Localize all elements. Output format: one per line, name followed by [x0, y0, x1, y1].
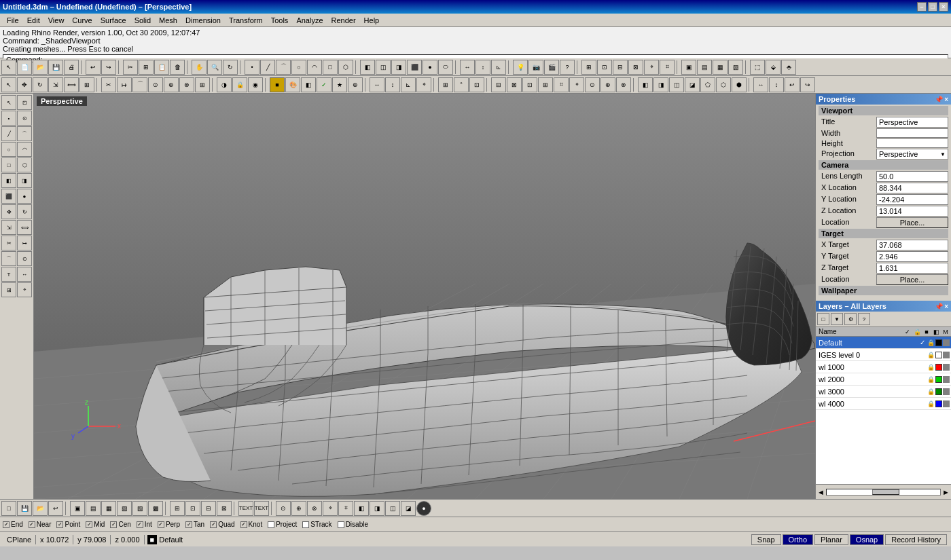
- snap-project[interactable]: Project: [268, 521, 297, 528]
- tb-camera[interactable]: 📷: [528, 60, 543, 75]
- prop-lenslength-value[interactable]: 50.0: [876, 171, 948, 182]
- layer-row-wl4000[interactable]: wl 4000 🔒: [816, 398, 951, 410]
- snap-quad-checkbox[interactable]: ✓: [210, 521, 217, 528]
- tb-open[interactable]: 📂: [33, 60, 48, 75]
- prop-ylocation-value[interactable]: -24.204: [876, 194, 948, 205]
- menu-edit[interactable]: Edit: [23, 16, 44, 25]
- tb-arc[interactable]: ◠: [307, 60, 322, 75]
- snap-disable[interactable]: Disable: [338, 521, 368, 528]
- tb2-colorpicker[interactable]: 🎨: [285, 77, 300, 92]
- bt-v5[interactable]: ▨: [132, 501, 147, 516]
- tb2-array[interactable]: ⊞: [79, 77, 94, 92]
- planar-toggle-btn[interactable]: Planar: [814, 534, 848, 545]
- snap-strack[interactable]: STrack: [302, 521, 331, 528]
- tb-mesh1[interactable]: ⬚: [750, 60, 765, 75]
- tb2-star[interactable]: ★: [332, 77, 347, 92]
- tb-delete[interactable]: 🗑: [170, 60, 185, 75]
- tb2-extra19[interactable]: ↩: [785, 77, 800, 92]
- menu-view[interactable]: View: [44, 16, 69, 25]
- snap-toggle-btn[interactable]: Snap: [751, 534, 781, 545]
- lt-move[interactable]: ✥: [1, 204, 16, 219]
- prop-projection-dropdown[interactable]: Perspective: [876, 149, 948, 160]
- tb2-extra1[interactable]: ⊟: [491, 77, 506, 92]
- prop-targetlocation-btn[interactable]: Place...: [876, 274, 948, 285]
- prop-ztarget-value[interactable]: 1.631: [876, 263, 948, 274]
- tb-dim3[interactable]: ⊾: [491, 60, 506, 75]
- layers-pin-btn[interactable]: 📌: [935, 303, 943, 310]
- prop-height-value[interactable]: [876, 138, 948, 148]
- snap-strack-checkbox[interactable]: [302, 521, 309, 528]
- layers-scrollbar-thumb[interactable]: [872, 489, 899, 495]
- tb-copy[interactable]: ⊞: [139, 60, 154, 75]
- tb2-extra4[interactable]: ⊞: [538, 77, 553, 92]
- tb2-join[interactable]: ⊕: [164, 77, 179, 92]
- tb2-extra11[interactable]: ◨: [653, 77, 668, 92]
- snap-mid[interactable]: ✓ Mid: [86, 521, 105, 528]
- snap-near-checkbox[interactable]: ✓: [29, 521, 35, 528]
- bt-open[interactable]: 📂: [33, 501, 48, 516]
- tb2-dim4[interactable]: ↔: [370, 77, 384, 92]
- menu-analyze[interactable]: Analyze: [292, 16, 327, 25]
- prop-ytarget-value[interactable]: 2.946: [876, 251, 948, 262]
- tb2-color[interactable]: ■: [270, 77, 285, 92]
- prop-zlocation-value[interactable]: 13.014: [876, 206, 948, 217]
- layer-row-iges[interactable]: IGES level 0 🔒: [816, 349, 951, 361]
- snap-project-checkbox[interactable]: [268, 521, 274, 528]
- menu-tools[interactable]: Tools: [267, 16, 293, 25]
- bt-save[interactable]: 💾: [17, 501, 32, 516]
- menu-help[interactable]: Help: [360, 16, 384, 25]
- snap-quad[interactable]: ✓ Quad: [210, 521, 234, 528]
- tb2-layer[interactable]: ◧: [301, 77, 316, 92]
- tb2-extra2[interactable]: ⊠: [507, 77, 522, 92]
- snap-end-checkbox[interactable]: ✓: [3, 521, 10, 528]
- tb-select[interactable]: ↖: [1, 60, 16, 75]
- tb2-show[interactable]: ◉: [248, 77, 263, 92]
- tb-mesh3[interactable]: ⬘: [781, 60, 796, 75]
- menu-surface[interactable]: Surface: [96, 16, 130, 25]
- lt-group[interactable]: ⊞: [1, 282, 16, 297]
- tb-snap1[interactable]: ⊞: [581, 60, 596, 75]
- tb-polygon[interactable]: ⬡: [338, 60, 353, 75]
- tb-solid1[interactable]: ⬛: [407, 60, 422, 75]
- layer-row-wl3000[interactable]: wl 3000 🔒: [816, 386, 951, 398]
- tb2-dim6[interactable]: ⊾: [401, 77, 416, 92]
- tb2-scale[interactable]: ⇲: [48, 77, 63, 92]
- tb-polyline[interactable]: ⌒: [276, 60, 291, 75]
- menu-mesh[interactable]: Mesh: [155, 16, 181, 25]
- lt-pt2[interactable]: ⊙: [17, 111, 32, 126]
- tb2-extra6[interactable]: ⌖: [569, 77, 584, 92]
- tb-mesh2[interactable]: ⬙: [766, 60, 780, 75]
- tb-print[interactable]: 🖨: [64, 60, 79, 75]
- tb2-move[interactable]: ✥: [17, 77, 32, 92]
- tb-paste[interactable]: 📋: [154, 60, 169, 75]
- lt-surf1[interactable]: ◧: [1, 173, 16, 188]
- tb-render[interactable]: 🎬: [544, 60, 559, 75]
- bt-text1[interactable]: TEXT: [238, 501, 253, 516]
- bt-v2[interactable]: ▤: [86, 501, 101, 516]
- lt-select[interactable]: ↖: [1, 95, 16, 110]
- lt-dim[interactable]: ↔: [17, 267, 32, 282]
- layer-row-default[interactable]: Default ✓ 🔒: [816, 337, 951, 349]
- layers-scroll-left[interactable]: ◄: [817, 488, 825, 496]
- prop-xlocation-value[interactable]: 88.344: [876, 183, 948, 193]
- bt-new[interactable]: □: [1, 501, 16, 516]
- bt-extra1[interactable]: ⊙: [276, 501, 291, 516]
- snap-perp[interactable]: ✓ Perp: [158, 521, 180, 528]
- tb-rect[interactable]: □: [323, 60, 338, 75]
- tb2-mirror[interactable]: ⟺: [64, 77, 79, 92]
- tb2-extra8[interactable]: ⊕: [600, 77, 615, 92]
- tb2-extra20[interactable]: ↪: [800, 77, 815, 92]
- tb-pt[interactable]: •: [245, 60, 259, 75]
- tb-new[interactable]: 📄: [17, 60, 32, 75]
- layers-help-btn[interactable]: ?: [858, 313, 870, 325]
- tb-snap2[interactable]: ⊡: [597, 60, 612, 75]
- layer-row-wl2000[interactable]: wl 2000 🔒: [816, 373, 951, 386]
- tb-dim2[interactable]: ↕: [476, 60, 490, 75]
- tb2-extra18[interactable]: ↕: [769, 77, 784, 92]
- menu-file[interactable]: File: [3, 16, 23, 25]
- tb2-extra5[interactable]: ⌗: [554, 77, 569, 92]
- snap-perp-checkbox[interactable]: ✓: [158, 521, 164, 528]
- tb-view4[interactable]: ▧: [728, 60, 743, 75]
- maximize-btn[interactable]: □: [928, 2, 937, 12]
- tb-pan[interactable]: ✋: [192, 60, 207, 75]
